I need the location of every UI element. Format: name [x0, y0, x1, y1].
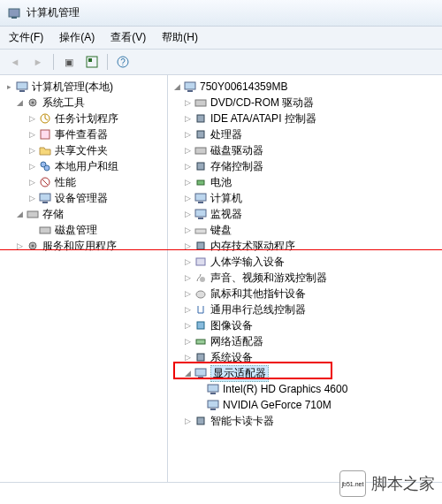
device-root[interactable]: ◢750Y00614359MB: [170, 79, 440, 95]
svg-rect-38: [197, 322, 204, 329]
expand-toggle[interactable]: ▷: [182, 162, 193, 171]
expand-toggle[interactable]: ▷: [14, 241, 25, 250]
tree-icon: [194, 207, 208, 221]
svg-rect-26: [195, 148, 206, 154]
device-category[interactable]: ▷通用串行总线控制器: [170, 302, 440, 317]
device-category[interactable]: ▷系统设备: [170, 349, 440, 365]
expand-toggle[interactable]: ▷: [182, 210, 193, 218]
tree-services[interactable]: ▷服务和应用程序: [2, 238, 165, 254]
svg-rect-35: [196, 258, 205, 265]
expand-toggle[interactable]: ◢: [14, 98, 25, 107]
device-category[interactable]: ▷网络适配器: [170, 333, 440, 349]
svg-rect-22: [187, 90, 193, 92]
expand-toggle[interactable]: ▷: [27, 130, 37, 139]
back-button[interactable]: ◄: [5, 53, 25, 71]
svg-point-13: [44, 165, 50, 171]
help-button[interactable]: ?: [113, 53, 133, 71]
device-category[interactable]: ▷监视器: [170, 206, 440, 222]
device-category[interactable]: ▷键盘: [170, 222, 440, 238]
tree-icon: [15, 80, 29, 94]
device-category[interactable]: ▷鼠标和其他指针设备: [170, 286, 440, 302]
expand-toggle[interactable]: ▷: [27, 146, 37, 155]
device-category[interactable]: ▷图像设备: [170, 317, 440, 333]
expand-toggle[interactable]: ▷: [27, 194, 37, 202]
expand-toggle[interactable]: ▷: [182, 178, 193, 187]
tree-item[interactable]: ▷性能: [2, 174, 165, 190]
tree-item[interactable]: ▷共享文件夹: [2, 142, 165, 158]
expand-toggle[interactable]: ◢: [14, 210, 25, 218]
expand-toggle[interactable]: ▷: [27, 162, 37, 171]
expand-toggle[interactable]: ▷: [182, 98, 193, 107]
tree-icon: [38, 191, 52, 205]
tree-item[interactable]: ▷事件查看器: [2, 126, 165, 142]
expand-toggle[interactable]: ▷: [182, 114, 193, 123]
expand-toggle[interactable]: ▷: [182, 273, 193, 282]
expand-toggle[interactable]: ▷: [182, 416, 193, 425]
device-display-adapters[interactable]: ◢显示适配器: [170, 365, 440, 381]
menu-file[interactable]: 文件(F): [5, 28, 47, 47]
device-category[interactable]: ▷IDE ATA/ATAPI 控制器: [170, 111, 440, 126]
menu-action[interactable]: 操作(A): [56, 28, 98, 47]
tree-item[interactable]: ▷本地用户和组: [2, 158, 165, 174]
expand-toggle[interactable]: ▷: [27, 178, 37, 187]
device-category[interactable]: ▷存储控制器: [170, 158, 440, 174]
expand-toggle[interactable]: ▷: [182, 353, 193, 362]
device-category[interactable]: ▷DVD/CD-ROM 驱动器: [170, 95, 440, 111]
tree-systools[interactable]: ◢系统工具: [2, 95, 165, 111]
expand-toggle[interactable]: ▷: [182, 130, 193, 139]
expand-toggle[interactable]: ◢: [171, 82, 182, 91]
tree-icon: [194, 159, 208, 173]
svg-rect-34: [197, 242, 204, 249]
svg-point-9: [32, 102, 34, 104]
expand-toggle[interactable]: ▷: [182, 337, 193, 346]
expand-toggle[interactable]: ▷: [182, 257, 193, 266]
expand-toggle[interactable]: ▷: [182, 194, 193, 202]
device-item[interactable]: Intel(R) HD Graphics 4600: [170, 381, 440, 397]
device-category[interactable]: ▷电池: [170, 174, 440, 190]
toolbar-separator: [53, 54, 54, 70]
tree-icon: [194, 111, 208, 126]
expand-toggle[interactable]: ▷: [182, 289, 193, 298]
device-category[interactable]: ▷磁盘驱动器: [170, 142, 440, 158]
show-hide-tree-button[interactable]: ▣: [59, 53, 79, 71]
device-category[interactable]: ▷人体学输入设备: [170, 254, 440, 270]
expand-toggle[interactable]: ▸: [4, 82, 14, 91]
tree-storage[interactable]: ◢存储: [2, 206, 165, 222]
device-category[interactable]: ▷处理器: [170, 126, 440, 142]
tree-item[interactable]: 磁盘管理: [2, 222, 165, 238]
device-category[interactable]: ▷智能卡读卡器: [170, 413, 440, 429]
svg-rect-42: [198, 377, 203, 378]
properties-button[interactable]: [82, 53, 102, 71]
svg-rect-44: [210, 393, 216, 394]
tree-item[interactable]: ▷设备管理器: [2, 190, 165, 206]
tree-icon: [194, 255, 208, 269]
svg-rect-29: [195, 194, 206, 201]
tree-icon: [38, 175, 52, 189]
menu-view[interactable]: 查看(V): [107, 28, 149, 47]
device-category[interactable]: ▷计算机: [170, 190, 440, 206]
expand-toggle[interactable]: ▷: [182, 241, 193, 250]
expand-toggle[interactable]: ▷: [182, 146, 193, 155]
tree-icon: [194, 414, 208, 428]
expand-toggle[interactable]: ▷: [182, 321, 193, 330]
forward-button[interactable]: ►: [28, 53, 48, 71]
toolbar-separator: [107, 54, 108, 70]
expand-toggle[interactable]: ◢: [182, 369, 193, 378]
tree-icon: [194, 143, 208, 157]
expand-toggle[interactable]: ▷: [27, 114, 37, 123]
tree-icon: [38, 143, 52, 157]
content-area: ▸计算机管理(本地)◢系统工具▷任务计划程序▷事件查看器▷共享文件夹▷本地用户和…: [0, 75, 442, 482]
device-item[interactable]: NVIDIA GeForce 710M: [170, 397, 440, 413]
svg-rect-17: [27, 211, 38, 218]
device-category[interactable]: ▷内存技术驱动程序: [170, 238, 440, 254]
svg-rect-23: [195, 100, 206, 106]
svg-rect-25: [197, 131, 204, 138]
tree-root[interactable]: ▸计算机管理(本地): [2, 79, 165, 95]
expand-toggle[interactable]: ▷: [182, 305, 193, 314]
device-category[interactable]: ▷声音、视频和游戏控制器: [170, 270, 440, 286]
menu-help[interactable]: 帮助(H): [158, 28, 202, 47]
expand-toggle[interactable]: ▷: [182, 225, 193, 234]
svg-rect-15: [40, 194, 50, 201]
tree-item[interactable]: ▷任务计划程序: [2, 111, 165, 126]
app-icon: [7, 6, 21, 20]
